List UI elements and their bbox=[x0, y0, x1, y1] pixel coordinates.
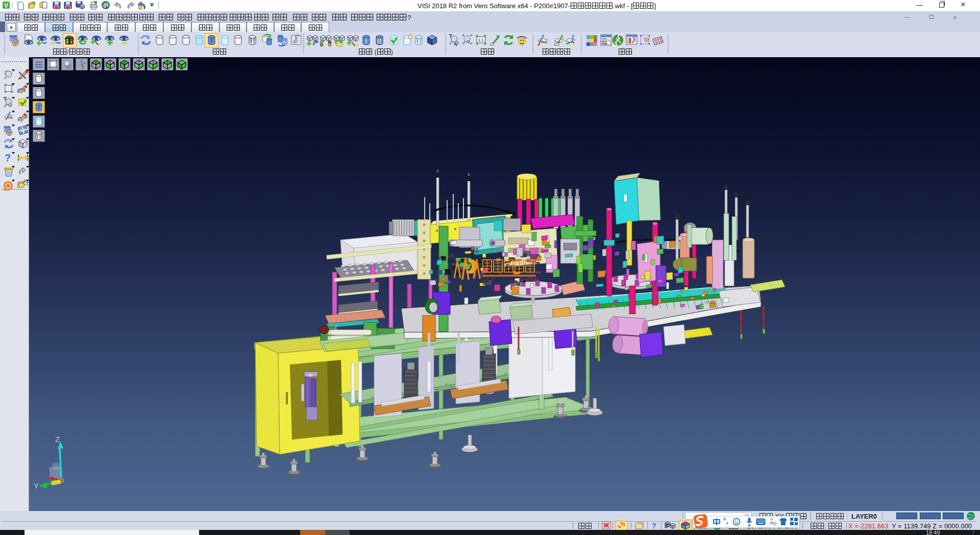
svg-text:V: V bbox=[4, 2, 8, 9]
svg-text:?: ? bbox=[5, 152, 11, 163]
svg-text:Z: Z bbox=[55, 435, 60, 444]
svg-text:Y: Y bbox=[34, 481, 39, 490]
svg-text:1:1: 1:1 bbox=[478, 38, 484, 42]
svg-text:X: X bbox=[45, 474, 50, 481]
